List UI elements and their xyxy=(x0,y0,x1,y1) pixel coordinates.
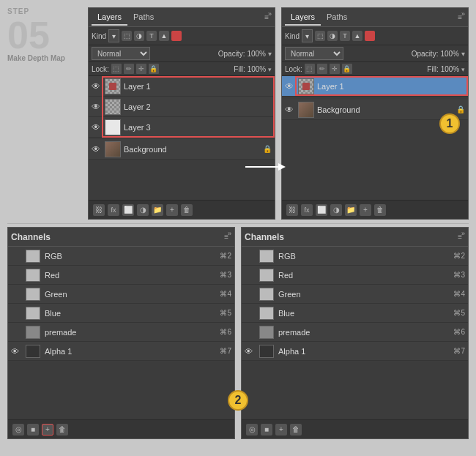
save-icon-left[interactable]: ■ xyxy=(27,424,39,436)
folder-icon-right[interactable]: 📁 xyxy=(345,204,357,216)
filter-text-icon[interactable]: T xyxy=(146,31,157,41)
eye-layer1-right[interactable]: 👁 xyxy=(285,81,295,91)
collapse-icon[interactable]: » xyxy=(268,10,272,18)
channel-premade-right[interactable]: premade ⌘6 xyxy=(242,323,468,342)
filter-adj-icon-r[interactable]: ◑ xyxy=(327,31,338,41)
lock-move-left[interactable]: ✛ xyxy=(136,64,146,74)
lock-image-right[interactable]: ✏ xyxy=(317,64,327,74)
thumb-layer1-left xyxy=(105,78,121,94)
rgb-name-left: RGB xyxy=(45,252,215,261)
adj-icon-left[interactable]: ◑ xyxy=(137,204,149,216)
link-icon-right[interactable]: ⛓ xyxy=(286,204,298,216)
channel-green-left[interactable]: Green ⌘4 xyxy=(8,285,234,304)
lock-transparent-right[interactable]: ⬚ xyxy=(305,64,315,74)
layer-row-bg-left[interactable]: 👁 Background 🔒 xyxy=(89,139,275,160)
channel-alpha1-right[interactable]: 👁 Alpha 1 ⌘7 xyxy=(242,342,468,361)
blend-mode-select-left[interactable]: Normal xyxy=(92,47,150,60)
channels-collapse-right[interactable]: » xyxy=(461,230,465,237)
new-channel-left[interactable]: + xyxy=(42,424,53,436)
collapse-icon-right[interactable]: » xyxy=(461,10,465,18)
thumb-alpha1-left xyxy=(26,345,40,358)
mask-icon-left[interactable]: ⬜ xyxy=(122,204,134,216)
new-icon-left[interactable]: + xyxy=(166,204,178,216)
lock-move-right[interactable]: ✛ xyxy=(330,64,340,74)
link-icon-left[interactable]: ⛓ xyxy=(93,204,105,216)
filter-text-icon-r[interactable]: T xyxy=(340,31,350,41)
tab-layers-right[interactable]: Layers xyxy=(285,10,321,26)
lock-icons-right: ⬚ ✏ ✛ 🔒 xyxy=(305,64,352,74)
lock-row-right: Lock: ⬚ ✏ ✛ 🔒 Fill: 100% ▾ xyxy=(282,62,468,76)
adj-icon-right[interactable]: ◑ xyxy=(330,204,342,216)
kind-label-right: Kind xyxy=(285,32,300,40)
opacity-row-left: Opacity: 100% ▾ xyxy=(218,50,272,58)
top-panels: » Layers Paths ≡ Kind ▾ ⬚ ◑ T ▲ Normal xyxy=(88,7,469,220)
channel-blue-right[interactable]: Blue ⌘5 xyxy=(242,304,468,323)
blend-mode-select-right[interactable]: Normal xyxy=(285,47,343,60)
filter-shape-icon[interactable]: ▲ xyxy=(159,31,169,41)
save-icon-right[interactable]: ■ xyxy=(261,424,272,436)
channel-green-right[interactable]: Green ⌘4 xyxy=(242,285,468,304)
fill-row-left: Fill: 100% ▾ xyxy=(234,65,272,73)
lock-transparent-left[interactable]: ⬚ xyxy=(111,64,122,74)
rgb-shortcut-left: ⌘2 xyxy=(220,252,231,260)
filter-pixel-icon-r[interactable]: ⬚ xyxy=(315,31,325,41)
layers-bottom-bar-right: ⛓ fx ⬜ ◑ 📁 + 🗑 xyxy=(282,200,468,219)
red-name-left: Red xyxy=(45,271,215,280)
filter-shape-icon-r[interactable]: ▲ xyxy=(352,31,362,41)
layer-row-3[interactable]: 👁 Layer 3 xyxy=(89,117,275,138)
fill-row-right: Fill: 100% ▾ xyxy=(427,65,465,73)
tab-paths-left[interactable]: Paths xyxy=(127,10,160,26)
eye-layer3-left[interactable]: 👁 xyxy=(92,122,102,132)
lock-image-left[interactable]: ✏ xyxy=(124,64,134,74)
right-layers-tabs: Layers Paths ≡ xyxy=(282,8,468,27)
mask-icon-right[interactable]: ⬜ xyxy=(316,204,327,216)
eye-bg-right[interactable]: 👁 xyxy=(285,105,295,115)
trash-channels-left[interactable]: 🗑 xyxy=(56,424,68,436)
trash-icon-left[interactable]: 🗑 xyxy=(181,204,193,216)
layer-row-bg-right[interactable]: 👁 Background 🔒 xyxy=(282,100,468,120)
filter-pixel-icon[interactable]: ⬚ xyxy=(122,31,132,41)
filter-toggle-right[interactable] xyxy=(365,31,375,41)
folder-icon-left[interactable]: 📁 xyxy=(152,204,163,216)
new-channel-right[interactable]: + xyxy=(275,424,287,436)
channel-rgb-left[interactable]: RGB ⌘2 xyxy=(8,247,234,266)
eye-alpha1-right[interactable]: 👁 xyxy=(245,347,255,356)
new-icon-right[interactable]: + xyxy=(360,204,371,216)
tab-paths-right[interactable]: Paths xyxy=(321,10,353,26)
channel-red-left[interactable]: Red ⌘3 xyxy=(8,266,234,285)
bg-name-left: Background xyxy=(124,145,260,154)
filter-toggle-left[interactable] xyxy=(171,31,182,41)
trash-icon-right[interactable]: 🗑 xyxy=(374,204,386,216)
opacity-label-left: Opacity: xyxy=(218,50,245,58)
eye-layer1-left[interactable]: 👁 xyxy=(92,81,102,91)
thumb-premade-right xyxy=(259,326,274,339)
eye-bg-left[interactable]: 👁 xyxy=(92,144,102,154)
thumb-layer2-left xyxy=(105,99,121,115)
dotted-circle-right[interactable]: ◎ xyxy=(246,424,258,436)
channel-blue-left[interactable]: Blue ⌘5 xyxy=(8,304,234,323)
channels-collapse-left[interactable]: » xyxy=(228,230,231,237)
kind-selector-right[interactable]: ▾ xyxy=(302,29,313,42)
filter-adj-icon[interactable]: ◑ xyxy=(134,31,144,41)
layer-row-1[interactable]: 👁 Layer 1 xyxy=(89,76,275,97)
fx-icon-right[interactable]: fx xyxy=(301,204,313,216)
eye-alpha1-left[interactable]: 👁 xyxy=(11,347,21,356)
channel-red-right[interactable]: Red ⌘3 xyxy=(242,266,468,285)
lock-all-left[interactable]: 🔒 xyxy=(149,64,159,74)
tab-layers-left[interactable]: Layers xyxy=(92,10,127,26)
channel-premade-left[interactable]: premade ⌘6 xyxy=(8,323,234,342)
channel-alpha1-left[interactable]: 👁 Alpha 1 ⌘7 xyxy=(8,342,234,361)
dotted-circle-left[interactable]: ◎ xyxy=(12,424,24,436)
fx-icon-left[interactable]: fx xyxy=(108,204,119,216)
eye-layer2-left[interactable]: 👁 xyxy=(92,102,102,112)
lock-all-right[interactable]: 🔒 xyxy=(342,64,352,74)
kind-label-left: Kind xyxy=(92,32,106,40)
kind-selector-left[interactable]: ▾ xyxy=(108,29,119,42)
channel-rgb-right[interactable]: RGB ⌘2 xyxy=(242,247,468,266)
kind-toolbar-left: Kind ▾ ⬚ ◑ T ▲ xyxy=(89,27,275,45)
layer-row-2[interactable]: 👁 Layer 2 xyxy=(89,97,275,117)
separator xyxy=(7,223,469,224)
trash-channels-right[interactable]: 🗑 xyxy=(290,424,302,436)
thumb-premade-left xyxy=(26,326,40,339)
layer-row-1-right[interactable]: 👁 Layer 1 xyxy=(282,76,468,97)
